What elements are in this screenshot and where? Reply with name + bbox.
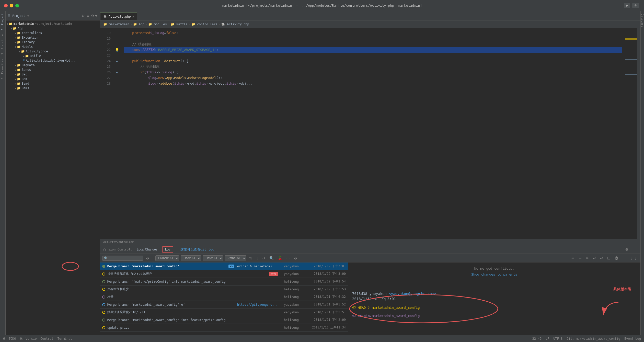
- toolbar-run[interactable]: ▶: [624, 3, 630, 8]
- raffle-folder-icon: 📁: [25, 54, 29, 58]
- commit-date-6: 2018/1/11 下午5:52: [305, 302, 346, 307]
- code-line-26: if ( $this -> _isLog ) {: [124, 70, 622, 75]
- status-vc[interactable]: 9: Version Control: [20, 337, 53, 340]
- code-line-27: $log = new \ App \ Models \ RebateLogMod…: [124, 75, 622, 81]
- status-event-log[interactable]: Event Log: [624, 337, 641, 340]
- side-tab-structure[interactable]: 2: Structure: [0, 32, 5, 56]
- tree-bsmd[interactable]: ▶ 📁 Bsmd: [6, 81, 100, 86]
- tree-activitysubsidy-label: ActivitySubsidyDriverMod...: [26, 59, 76, 62]
- side-tab-favorites[interactable]: 2: Favorites: [0, 57, 5, 81]
- tag-icon-head: 🏷: [352, 305, 356, 310]
- side-tab-project[interactable]: 1: Project: [0, 11, 5, 32]
- activityonce-folder-icon: 📁: [21, 50, 25, 53]
- status-terminal[interactable]: Terminal: [57, 337, 72, 340]
- tree-raffle[interactable]: ▶ 📁 Raffle: [6, 54, 100, 58]
- toolbar-debug[interactable]: ⚙: [632, 3, 639, 8]
- tree-bsm[interactable]: ▶ 📁 Bsm: [6, 77, 100, 81]
- log-cherry-btn[interactable]: 🍒: [277, 256, 283, 261]
- log-date-filter[interactable]: Date: All: [203, 255, 223, 261]
- bc-raffle[interactable]: 📁 Raffle: [171, 22, 188, 26]
- log-columns-btn[interactable]: ⋮⋮: [629, 256, 638, 261]
- tree-app[interactable]: ▼ 📁 App: [6, 26, 100, 31]
- maximize-button[interactable]: [15, 4, 19, 7]
- tree-bonus[interactable]: ▶ 📁 Bonus: [6, 67, 100, 72]
- tree-activityonce[interactable]: ▼ 📁 ActivityOnce: [6, 49, 100, 54]
- bc-marketadmin[interactable]: 📁 marketadmin: [103, 22, 129, 26]
- bc-modules[interactable]: 📁 modules: [148, 22, 167, 26]
- log-panel-btn1[interactable]: ↩: [570, 256, 576, 261]
- log-more-btn[interactable]: ⚙: [293, 256, 298, 261]
- status-encoding[interactable]: UTF-8: [553, 337, 562, 340]
- tree-bigdata-label: BigData: [22, 63, 35, 67]
- tree-bsms[interactable]: ▶ 📁 Bsms: [6, 86, 100, 90]
- minimize-button[interactable]: [10, 4, 13, 7]
- status-todo[interactable]: 6: TODO: [3, 337, 16, 340]
- tab-close-btn[interactable]: ✕: [132, 15, 134, 18]
- commit-link-6[interactable]: https://git.yongche...: [237, 303, 278, 306]
- tree-controllers[interactable]: ▶ 📁 controllers: [6, 31, 100, 35]
- log-paths-filter[interactable]: Paths: All: [225, 255, 246, 261]
- show-changes-link[interactable]: Show changes to parents: [352, 272, 636, 276]
- project-gear-btn[interactable]: ⚙▼: [91, 14, 98, 18]
- log-panel-btn7[interactable]: 🖼: [613, 256, 619, 261]
- tree-models-label: Models: [22, 45, 33, 49]
- commit-row-8[interactable]: Merge branch 'marketadmin_award_config' …: [100, 316, 348, 324]
- bc-controllers[interactable]: 📁 controllers: [191, 22, 217, 26]
- code-content[interactable]: protected $_isLog = false ;: [121, 28, 625, 239]
- code-editor[interactable]: 19 20 21 22 23 24 25 26 27 28: [100, 28, 640, 239]
- tree-bsm-label: Bsm: [22, 77, 27, 81]
- commit-author-5: helicong: [280, 295, 303, 299]
- log-expand-btn[interactable]: ⋮: [621, 256, 627, 261]
- log-sort-btn[interactable]: ⇅: [248, 256, 254, 261]
- bc-file[interactable]: 🐘 Activity.php: [221, 22, 249, 26]
- tab-label: Activity.php: [109, 15, 131, 18]
- commit-row-2[interactable]: 抽奖活动配置化 加入redis缓存 点击 yaoyakun 2018/1/12 …: [100, 270, 348, 278]
- vc-tab-localchanges[interactable]: Local Changes: [134, 247, 160, 252]
- log-search-input[interactable]: [102, 256, 143, 261]
- vc-settings-btn[interactable]: ⚙: [624, 247, 630, 252]
- log-panel-btn2[interactable]: ↪: [577, 256, 583, 261]
- close-button[interactable]: [4, 4, 8, 7]
- log-panel-btn6[interactable]: ☐: [606, 256, 612, 261]
- commit-author-7: yaoyakun: [280, 311, 303, 314]
- status-git-branch[interactable]: Git: marketadmin_award_config: [567, 337, 620, 340]
- tree-bsc[interactable]: ▶ 📁 Bsc: [6, 72, 100, 77]
- commit-row-6[interactable]: Merge branch 'marketadmin_award_config' …: [100, 301, 348, 309]
- log-settings-btn[interactable]: ⚙: [145, 256, 151, 261]
- commit-row-3[interactable]: Merge branch 'feature/prizeConfig' into …: [100, 278, 348, 286]
- root-folder-icon: 📁: [9, 22, 13, 26]
- vc-close-btn[interactable]: —: [632, 247, 638, 252]
- commit-dot-6: [102, 303, 105, 306]
- right-tab-database[interactable]: Database: [640, 11, 644, 30]
- commit-row-9[interactable]: update prize helicong 2018/1/11 上午11:34: [100, 324, 348, 332]
- tree-activitysubsidy[interactable]: © ActivitySubsidyDriverMod...: [6, 58, 100, 63]
- vc-tab-log[interactable]: Log: [162, 246, 173, 253]
- status-lf[interactable]: LF: [546, 337, 549, 340]
- tree-exception[interactable]: ▶ 📁 Exception: [6, 35, 100, 40]
- bc-app[interactable]: 📁 App: [133, 22, 144, 26]
- tab-icon: 🐘: [103, 15, 107, 18]
- commit-datetime-value: 2018/1/12 at 下午3:01: [352, 297, 396, 301]
- log-merge-btn[interactable]: ⋯: [285, 256, 291, 261]
- log-refresh-btn[interactable]: ↺: [261, 256, 267, 261]
- log-user-filter[interactable]: User: All: [181, 255, 201, 261]
- project-expand-btn[interactable]: ≡: [87, 14, 89, 18]
- tab-activity[interactable]: 🐘 Activity.php ✕: [100, 13, 137, 20]
- tree-bsms-label: Bsms: [22, 86, 29, 90]
- log-download-btn[interactable]: ↓: [255, 256, 259, 261]
- log-branch-filter[interactable]: Branch: All: [155, 255, 179, 261]
- tree-bigdata[interactable]: ▶ 📁 BigData: [6, 63, 100, 67]
- commit-row-7[interactable]: 抽奖活动配置化2018/1/11 yaoyakun 2018/1/11 下午5:…: [100, 309, 348, 316]
- commit-row-1[interactable]: Merge branch 'marketadmin_award_config' …: [100, 263, 348, 270]
- project-settings-btn[interactable]: ⚙: [82, 14, 85, 18]
- log-panel-btn5[interactable]: ↩: [599, 256, 604, 261]
- tree-bsmd-label: Bsmd: [22, 82, 29, 85]
- log-zoom-btn[interactable]: 🔍: [268, 256, 275, 261]
- tree-models[interactable]: ▼ 📁 Models: [6, 44, 100, 49]
- log-panel-btn4[interactable]: ↩: [592, 256, 597, 261]
- tree-root[interactable]: ▼ 📁 marketadmin ~/projects/marketadm: [6, 21, 100, 26]
- tree-library[interactable]: ▶ 📁 Library: [6, 40, 100, 44]
- log-panel-btn3[interactable]: ✏: [584, 256, 590, 261]
- commit-row-4[interactable]: 库存增加和减少 helicong 2018/1/12 下午2:53: [100, 286, 348, 293]
- commit-row-5[interactable]: 增量 helicong 2018/1/11 下午6:32: [100, 293, 348, 301]
